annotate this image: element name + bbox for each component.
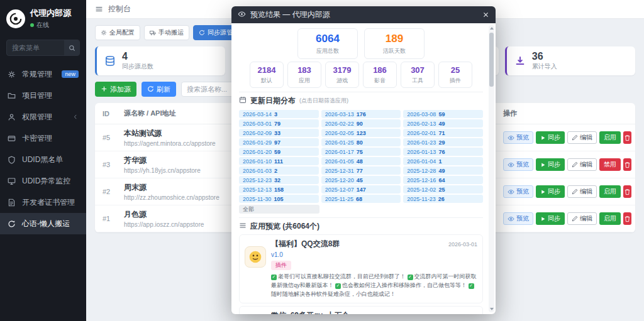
date-filter-button[interactable]: 2026-03-0859 (403, 110, 483, 118)
delete-button[interactable] (623, 185, 631, 198)
online-label: 在线 (36, 21, 49, 30)
date-filter-button[interactable]: 2026-01-2580 (321, 138, 401, 146)
date-filter-button[interactable]: 2025-12-13158 (239, 185, 319, 193)
modal-header: 预览结果 — 代理内部源 (231, 6, 496, 23)
delete-button[interactable] (623, 158, 631, 171)
date-filter-button[interactable]: 2026-02-0171 (403, 129, 483, 137)
sidebar-item[interactable]: 权限管理 (0, 106, 86, 128)
date-filter-button[interactable]: 2025-11-2568 (321, 195, 401, 203)
date-filter-button[interactable]: 2025-12-1664 (403, 176, 483, 184)
date-filter-button[interactable]: 2025-11-30105 (239, 195, 319, 203)
date-section-hint: (点击日期筛选应用) (299, 97, 348, 105)
app-logo (6, 9, 25, 28)
modal-scrollbar[interactable] (489, 25, 494, 312)
date-filter-button[interactable]: 2026-01-2997 (239, 138, 319, 146)
modal-body: 6064应用总数189活跃天数 2184默认183应用3179游戏186影音30… (231, 23, 496, 314)
sidebar-item[interactable]: 开发者证书管理 (0, 192, 86, 213)
sidebar-item[interactable]: 项目管理 (0, 85, 86, 106)
date-filter-button[interactable]: 2025-12-0225 (403, 185, 483, 193)
scroll-down-arrow[interactable] (489, 306, 494, 312)
date-filter-button[interactable]: 2025-11-2326 (403, 195, 483, 203)
sidebar-item[interactable]: UDID异常监控 (0, 170, 86, 192)
date-filter-button[interactable]: 2025-12-07147 (321, 185, 401, 193)
preview-modal: 预览结果 — 代理内部源 6064应用总数189活跃天数 2184默认183应用… (231, 6, 496, 314)
date-label: 2026-03-13 (325, 111, 354, 117)
date-filter-button[interactable]: 2026-01-1376 (403, 148, 483, 156)
add-source-button[interactable]: 添加源 (95, 82, 136, 97)
eye-icon (508, 134, 514, 141)
stat-value: 2184 (250, 65, 283, 75)
chevron-left-icon (72, 114, 79, 120)
close-icon[interactable] (482, 11, 489, 18)
date-filter-button[interactable]: 2026-02-05123 (321, 129, 401, 137)
sync-button[interactable]: 同步 (536, 185, 565, 198)
sidebar-item[interactable]: 心语-懒人搬运 (0, 213, 86, 234)
date-label: 2026-01-29 (243, 139, 272, 146)
tab[interactable]: 全局配置 (95, 25, 140, 40)
date-filter-button[interactable]: 2025-12-3177 (321, 166, 401, 175)
edit-button[interactable]: 编辑 (567, 212, 597, 225)
sync-button[interactable]: 同步 (536, 131, 565, 144)
edit-button[interactable]: 编辑 (567, 185, 597, 198)
refresh-icon (147, 85, 154, 94)
date-filter-button[interactable]: 2026-03-0179 (239, 119, 319, 128)
date-filter-button[interactable]: 2026-03-13176 (321, 110, 401, 118)
date-filter-button[interactable]: 2025-12-2849 (403, 166, 483, 175)
all-dates-button[interactable]: 全部 (239, 205, 319, 214)
date-label: 2026-01-23 (407, 139, 436, 146)
date-filter-button[interactable]: 2025-12-2045 (321, 176, 401, 184)
date-filter-button[interactable]: 2026-01-041 (403, 157, 483, 165)
edit-button[interactable]: 编辑 (567, 158, 597, 171)
date-filter-button[interactable]: 2025-12-2332 (239, 176, 319, 184)
delete-button[interactable] (623, 131, 631, 144)
card-value: 36 (532, 51, 557, 62)
scrollbar-thumb[interactable] (489, 33, 494, 87)
date-filter-button[interactable]: 2026-02-1349 (403, 119, 483, 128)
date-label: 2026-02-13 (407, 121, 436, 127)
toggle-button[interactable]: 启用 (599, 185, 621, 198)
sync-button[interactable]: 同步 (536, 158, 565, 171)
preview-button[interactable]: 预览 (503, 185, 533, 198)
date-filter-button[interactable]: 2026-02-2290 (321, 119, 401, 128)
date-count: 49 (438, 168, 445, 174)
preview-button[interactable]: 预览 (503, 158, 533, 171)
date-filter-button[interactable]: 2026-01-2329 (403, 138, 483, 146)
refresh-button[interactable]: 刷新 (142, 82, 176, 97)
date-label: 2025-11-30 (243, 196, 271, 202)
toggle-button[interactable]: 启用 (599, 131, 621, 144)
toggle-button[interactable]: 禁用 (599, 158, 621, 171)
date-filter-button[interactable]: 2026-03-143 (239, 110, 319, 118)
check-icon: ✓ (408, 275, 413, 280)
sidebar-item[interactable]: 常规管理new (0, 63, 86, 85)
date-section-label: 更新日期分布 (250, 95, 296, 106)
apps-section-title: 应用预览 (共6064个) (239, 221, 483, 232)
menu-icon[interactable] (95, 5, 103, 13)
sidebar-item[interactable]: 卡密管理 (0, 128, 86, 149)
divider (239, 92, 483, 92)
preview-button[interactable]: 预览 (503, 131, 533, 144)
list-icon (239, 222, 247, 231)
preview-button[interactable]: 预览 (503, 212, 533, 225)
search-icon[interactable] (64, 40, 79, 55)
app-root: 代理内部源 在线 常规管理new项目管理权限管理卡密管理UDID黑名单UDID异… (0, 0, 644, 321)
date-label: 2025-12-13 (243, 187, 272, 193)
scroll-up-arrow[interactable] (489, 25, 494, 31)
date-section-title: 更新日期分布 (点击日期筛选应用) (239, 95, 483, 106)
delete-button[interactable] (623, 212, 631, 225)
date-filter-button[interactable]: 2026-01-032 (239, 166, 319, 175)
date-filter-button[interactable]: 2026-01-0548 (321, 157, 401, 165)
tab[interactable]: 手动搬运 (144, 25, 189, 40)
date-filter-button[interactable]: 2026-02-0933 (239, 129, 319, 137)
date-filter-button[interactable]: 2026-01-2059 (239, 148, 319, 156)
sidebar-item[interactable]: UDID黑名单 (0, 149, 86, 170)
date-filter-button[interactable]: 2026-01-1775 (321, 148, 401, 156)
date-filter-button[interactable]: 2026-01-10111 (239, 157, 319, 165)
brand: 代理内部源 在线 (0, 0, 86, 36)
edit-button[interactable]: 编辑 (567, 131, 597, 144)
toggle-button[interactable]: 启用 (599, 212, 621, 225)
date-count: 1 (438, 158, 441, 165)
date-label: 2026-01-10 (243, 158, 272, 165)
date-label: 2025-12-16 (407, 177, 436, 183)
date-label: 2025-11-23 (407, 196, 435, 202)
sync-button[interactable]: 同步 (536, 212, 565, 225)
